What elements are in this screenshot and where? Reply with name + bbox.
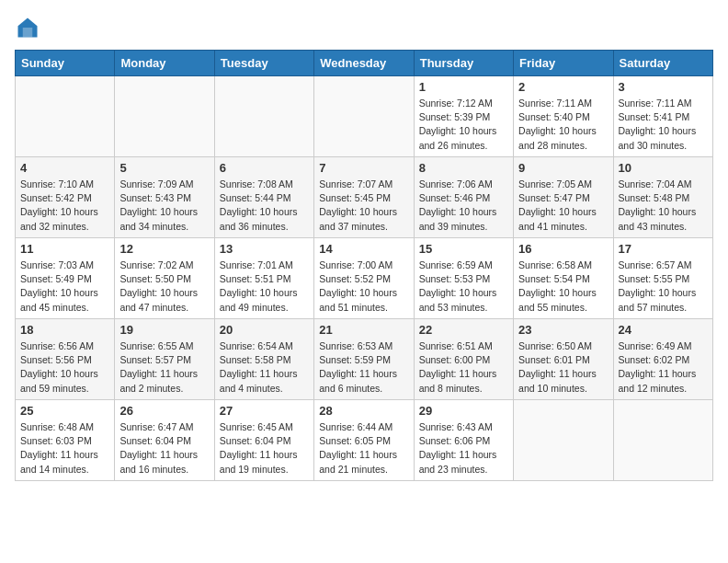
- calendar-body: 1Sunrise: 7:12 AM Sunset: 5:39 PM Daylig…: [16, 76, 713, 481]
- day-number: 26: [119, 404, 209, 418]
- cell-content: Sunrise: 6:48 AM Sunset: 6:03 PM Dayligh…: [20, 420, 109, 477]
- cell-content: Sunrise: 6:58 AM Sunset: 5:54 PM Dayligh…: [518, 259, 608, 315]
- calendar-header: SundayMondayTuesdayWednesdayThursdayFrid…: [16, 51, 713, 76]
- calendar-cell: 4Sunrise: 7:10 AM Sunset: 5:42 PM Daylig…: [16, 157, 115, 238]
- calendar-cell: 19Sunrise: 6:55 AM Sunset: 5:57 PM Dayli…: [115, 319, 214, 400]
- calendar-cell: [16, 76, 115, 157]
- cell-content: Sunrise: 6:47 AM Sunset: 6:04 PM Dayligh…: [119, 420, 209, 477]
- calendar-cell: 21Sunrise: 6:53 AM Sunset: 5:59 PM Dayli…: [314, 319, 414, 400]
- calendar-cell: 16Sunrise: 6:58 AM Sunset: 5:54 PM Dayli…: [514, 238, 613, 319]
- header-row: SundayMondayTuesdayWednesdayThursdayFrid…: [16, 51, 713, 76]
- cell-content: Sunrise: 7:00 AM Sunset: 5:52 PM Dayligh…: [319, 259, 408, 315]
- calendar-cell: 7Sunrise: 7:07 AM Sunset: 5:45 PM Daylig…: [314, 157, 414, 238]
- calendar-cell: 12Sunrise: 7:02 AM Sunset: 5:50 PM Dayli…: [115, 238, 214, 319]
- day-number: 9: [518, 161, 608, 175]
- week-row-4: 18Sunrise: 6:56 AM Sunset: 5:56 PM Dayli…: [16, 319, 713, 400]
- cell-content: Sunrise: 7:11 AM Sunset: 5:40 PM Dayligh…: [518, 97, 608, 153]
- day-number: 28: [319, 404, 408, 418]
- cell-content: Sunrise: 7:06 AM Sunset: 5:46 PM Dayligh…: [419, 178, 508, 234]
- cell-content: Sunrise: 7:08 AM Sunset: 5:44 PM Dayligh…: [220, 178, 309, 234]
- day-number: 5: [119, 161, 209, 175]
- cell-content: Sunrise: 6:56 AM Sunset: 5:56 PM Dayligh…: [20, 339, 109, 396]
- header-day-sunday: Sunday: [16, 51, 115, 76]
- cell-content: Sunrise: 6:49 AM Sunset: 6:02 PM Dayligh…: [619, 339, 708, 396]
- day-number: 14: [319, 242, 408, 256]
- header-day-thursday: Thursday: [414, 51, 513, 76]
- cell-content: Sunrise: 6:57 AM Sunset: 5:55 PM Dayligh…: [619, 259, 708, 315]
- day-number: 17: [619, 242, 708, 256]
- calendar-cell: 8Sunrise: 7:06 AM Sunset: 5:46 PM Daylig…: [414, 157, 513, 238]
- day-number: 25: [20, 404, 109, 418]
- cell-content: Sunrise: 7:11 AM Sunset: 5:41 PM Dayligh…: [619, 97, 708, 153]
- logo-icon: [15, 15, 40, 40]
- calendar-cell: 26Sunrise: 6:47 AM Sunset: 6:04 PM Dayli…: [115, 400, 214, 481]
- week-row-1: 1Sunrise: 7:12 AM Sunset: 5:39 PM Daylig…: [16, 76, 713, 157]
- cell-content: Sunrise: 7:05 AM Sunset: 5:47 PM Dayligh…: [518, 178, 608, 234]
- day-number: 13: [220, 242, 309, 256]
- week-row-2: 4Sunrise: 7:10 AM Sunset: 5:42 PM Daylig…: [16, 157, 713, 238]
- cell-content: Sunrise: 6:50 AM Sunset: 6:01 PM Dayligh…: [518, 339, 608, 396]
- calendar-cell: 6Sunrise: 7:08 AM Sunset: 5:44 PM Daylig…: [214, 157, 313, 238]
- cell-content: Sunrise: 7:09 AM Sunset: 5:43 PM Dayligh…: [119, 178, 209, 234]
- header: [15, 15, 713, 40]
- day-number: 19: [119, 323, 209, 337]
- day-number: 2: [518, 80, 608, 94]
- cell-content: Sunrise: 6:45 AM Sunset: 6:04 PM Dayligh…: [220, 420, 309, 477]
- calendar-cell: 23Sunrise: 6:50 AM Sunset: 6:01 PM Dayli…: [514, 319, 613, 400]
- cell-content: Sunrise: 7:10 AM Sunset: 5:42 PM Dayligh…: [20, 178, 109, 234]
- cell-content: Sunrise: 7:12 AM Sunset: 5:39 PM Dayligh…: [419, 97, 508, 153]
- calendar-cell: 15Sunrise: 6:59 AM Sunset: 5:53 PM Dayli…: [414, 238, 513, 319]
- calendar-cell: 20Sunrise: 6:54 AM Sunset: 5:58 PM Dayli…: [214, 319, 313, 400]
- calendar-cell: 24Sunrise: 6:49 AM Sunset: 6:02 PM Dayli…: [613, 319, 712, 400]
- cell-content: Sunrise: 6:44 AM Sunset: 6:05 PM Dayligh…: [319, 420, 408, 477]
- day-number: 12: [119, 242, 209, 256]
- day-number: 7: [319, 161, 408, 175]
- day-number: 6: [220, 161, 309, 175]
- calendar-cell: 18Sunrise: 6:56 AM Sunset: 5:56 PM Dayli…: [16, 319, 115, 400]
- calendar-cell: [314, 76, 414, 157]
- cell-content: Sunrise: 6:54 AM Sunset: 5:58 PM Dayligh…: [220, 339, 309, 396]
- calendar-cell: 22Sunrise: 6:51 AM Sunset: 6:00 PM Dayli…: [414, 319, 513, 400]
- header-day-friday: Friday: [514, 51, 613, 76]
- calendar-table: SundayMondayTuesdayWednesdayThursdayFrid…: [15, 50, 713, 481]
- calendar-cell: [514, 400, 613, 481]
- day-number: 16: [518, 242, 608, 256]
- svg-rect-2: [23, 28, 33, 38]
- day-number: 1: [419, 80, 508, 94]
- cell-content: Sunrise: 7:04 AM Sunset: 5:48 PM Dayligh…: [619, 178, 708, 234]
- calendar-cell: 9Sunrise: 7:05 AM Sunset: 5:47 PM Daylig…: [514, 157, 613, 238]
- header-day-tuesday: Tuesday: [214, 51, 313, 76]
- day-number: 3: [619, 80, 708, 94]
- header-day-wednesday: Wednesday: [314, 51, 414, 76]
- calendar-cell: 17Sunrise: 6:57 AM Sunset: 5:55 PM Dayli…: [613, 238, 712, 319]
- week-row-3: 11Sunrise: 7:03 AM Sunset: 5:49 PM Dayli…: [16, 238, 713, 319]
- day-number: 15: [419, 242, 508, 256]
- calendar-cell: 3Sunrise: 7:11 AM Sunset: 5:41 PM Daylig…: [613, 76, 712, 157]
- calendar-cell: 11Sunrise: 7:03 AM Sunset: 5:49 PM Dayli…: [16, 238, 115, 319]
- calendar-cell: 14Sunrise: 7:00 AM Sunset: 5:52 PM Dayli…: [314, 238, 414, 319]
- cell-content: Sunrise: 6:51 AM Sunset: 6:00 PM Dayligh…: [419, 339, 508, 396]
- day-number: 29: [419, 404, 508, 418]
- calendar-cell: [613, 400, 712, 481]
- calendar-cell: 13Sunrise: 7:01 AM Sunset: 5:51 PM Dayli…: [214, 238, 313, 319]
- calendar-cell: 2Sunrise: 7:11 AM Sunset: 5:40 PM Daylig…: [514, 76, 613, 157]
- day-number: 18: [20, 323, 109, 337]
- logo: [15, 15, 44, 40]
- calendar-cell: 25Sunrise: 6:48 AM Sunset: 6:03 PM Dayli…: [16, 400, 115, 481]
- cell-content: Sunrise: 6:55 AM Sunset: 5:57 PM Dayligh…: [119, 339, 209, 396]
- cell-content: Sunrise: 7:02 AM Sunset: 5:50 PM Dayligh…: [119, 259, 209, 315]
- cell-content: Sunrise: 7:03 AM Sunset: 5:49 PM Dayligh…: [20, 259, 109, 315]
- header-day-monday: Monday: [115, 51, 214, 76]
- week-row-5: 25Sunrise: 6:48 AM Sunset: 6:03 PM Dayli…: [16, 400, 713, 481]
- day-number: 10: [619, 161, 708, 175]
- day-number: 23: [518, 323, 608, 337]
- cell-content: Sunrise: 6:53 AM Sunset: 5:59 PM Dayligh…: [319, 339, 408, 396]
- calendar-cell: 27Sunrise: 6:45 AM Sunset: 6:04 PM Dayli…: [214, 400, 313, 481]
- day-number: 11: [20, 242, 109, 256]
- day-number: 4: [20, 161, 109, 175]
- cell-content: Sunrise: 7:01 AM Sunset: 5:51 PM Dayligh…: [220, 259, 309, 315]
- calendar-cell: [115, 76, 214, 157]
- calendar-cell: 5Sunrise: 7:09 AM Sunset: 5:43 PM Daylig…: [115, 157, 214, 238]
- cell-content: Sunrise: 6:59 AM Sunset: 5:53 PM Dayligh…: [419, 259, 508, 315]
- header-day-saturday: Saturday: [613, 51, 712, 76]
